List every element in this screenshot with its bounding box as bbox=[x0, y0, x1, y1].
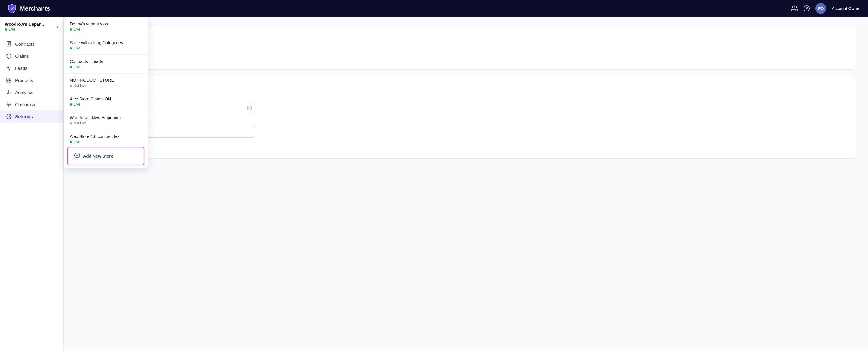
store-status-label-6: Not Live bbox=[73, 121, 87, 125]
store-dot-7 bbox=[70, 141, 72, 143]
avatar[interactable]: FO bbox=[815, 3, 826, 14]
customize-icon bbox=[6, 102, 11, 107]
brand: Merchants bbox=[7, 4, 791, 13]
add-new-store-button[interactable]: Add New Store bbox=[67, 147, 144, 165]
dropdown-store-item-4[interactable]: NO PRODUCT STORE Not Live bbox=[64, 74, 148, 92]
store-name-7: Alex Store 1.0 contract test bbox=[70, 134, 142, 139]
store-dot-4 bbox=[70, 85, 72, 87]
chevron-right-icon: › bbox=[57, 24, 58, 29]
dropdown-store-item-3[interactable]: Contracts | Leads Live bbox=[64, 55, 148, 74]
sidebar-item-analytics[interactable]: Analytics bbox=[0, 86, 63, 98]
svg-point-21 bbox=[8, 105, 9, 106]
plus-circle-icon bbox=[74, 152, 80, 160]
layout: Woodrow's Depar... Live › Contracts bbox=[0, 17, 868, 351]
sidebar-analytics-label: Analytics bbox=[15, 90, 33, 95]
help-icon[interactable] bbox=[803, 5, 810, 12]
account-owner-label: Account Owner bbox=[832, 6, 861, 11]
store-dot-5 bbox=[70, 104, 72, 106]
store-status-label-2: Live bbox=[73, 46, 80, 50]
sidebar-contracts-label: Contracts bbox=[15, 41, 34, 47]
website-label: Website bbox=[86, 119, 846, 124]
svg-rect-26 bbox=[248, 106, 251, 110]
sidebar-settings-label: Settings bbox=[15, 114, 33, 119]
store-name-5: Alex Store Claims ON bbox=[70, 96, 142, 101]
main-content: ...nded warranty ...your store Live ...a… bbox=[63, 17, 868, 351]
store-status-5: Live bbox=[70, 102, 142, 107]
live-section: ...nded warranty ...your store Live bbox=[75, 27, 856, 69]
store-name-6: Woodrow's New Emporium bbox=[70, 115, 142, 120]
store-status-1: Live bbox=[70, 27, 142, 31]
store-info-section: ...about your store Store Name Website P… bbox=[75, 76, 856, 158]
store-status-label-4: Not Live bbox=[73, 84, 87, 88]
products-icon bbox=[6, 78, 11, 83]
store-list: Denny's variant store Live Store with a … bbox=[64, 17, 148, 144]
sidebar-products-label: Products bbox=[15, 78, 33, 83]
svg-point-0 bbox=[793, 6, 795, 8]
sidebar-claims-label: Claims bbox=[15, 54, 29, 59]
store-name-label: Store Name bbox=[86, 95, 846, 100]
sidebar-store-name: Woodrow's Depar... bbox=[5, 22, 44, 27]
sidebar-store-status: Live bbox=[5, 27, 44, 31]
store-name-1: Denny's variant store bbox=[70, 22, 142, 26]
brand-title: Merchants bbox=[20, 5, 50, 12]
store-status-6: Not Live bbox=[70, 121, 142, 125]
store-dropdown-panel: Denny's variant store Live Store with a … bbox=[63, 17, 148, 168]
sidebar-item-products[interactable]: Products bbox=[0, 74, 63, 86]
sidebar-item-contracts[interactable]: Contracts bbox=[0, 38, 63, 50]
dropdown-store-item-6[interactable]: Woodrow's New Emporium Not Live bbox=[64, 111, 148, 130]
store-status-3: Live bbox=[70, 65, 142, 69]
live-section-heading: ...nded warranty bbox=[86, 35, 846, 41]
sidebar-item-leads[interactable]: Leads bbox=[0, 62, 63, 74]
store-name-3: Contracts | Leads bbox=[70, 59, 142, 64]
svg-point-22 bbox=[8, 116, 10, 117]
live-section-sub: ...your store bbox=[86, 43, 846, 48]
store-dot-1 bbox=[70, 28, 72, 31]
contracts-icon bbox=[6, 41, 11, 47]
store-status-2: Live bbox=[70, 46, 142, 50]
svg-line-2 bbox=[797, 7, 797, 8]
leads-icon bbox=[6, 65, 11, 71]
top-nav-actions: FO Account Owner bbox=[791, 3, 861, 14]
svg-rect-12 bbox=[9, 81, 11, 82]
top-nav: Merchants FO Account Owner bbox=[0, 0, 868, 17]
svg-point-19 bbox=[7, 103, 8, 104]
dropdown-store-item-2[interactable]: Store with a long Categories Live bbox=[64, 36, 148, 55]
svg-rect-9 bbox=[7, 78, 8, 80]
store-dot-3 bbox=[70, 66, 72, 68]
live-toggle-row: Live bbox=[86, 54, 846, 61]
svg-rect-10 bbox=[9, 78, 11, 80]
store-status-label-7: Live bbox=[73, 140, 80, 144]
dropdown-store-item-7[interactable]: Alex Store 1.0 contract test Live bbox=[64, 130, 148, 144]
store-dot-6 bbox=[70, 122, 72, 124]
sidebar: Woodrow's Depar... Live › Contracts bbox=[0, 17, 63, 351]
svg-rect-11 bbox=[7, 81, 8, 82]
dropdown-store-item-1[interactable]: Denny's variant store Live bbox=[64, 17, 148, 36]
store-name-2: Store with a long Categories bbox=[70, 40, 142, 45]
store-live-dot bbox=[5, 28, 7, 31]
sidebar-item-customize[interactable]: Customize bbox=[0, 98, 63, 111]
sidebar-customize-label: Customize bbox=[15, 102, 37, 107]
store-dot-2 bbox=[70, 47, 72, 49]
store-name-4: NO PRODUCT STORE bbox=[70, 78, 142, 83]
add-new-store-label: Add New Store bbox=[83, 154, 114, 158]
store-status-label-1: Live bbox=[73, 27, 80, 31]
store-status-label-5: Live bbox=[73, 102, 80, 107]
sidebar-item-settings[interactable]: Settings bbox=[0, 111, 63, 122]
svg-point-20 bbox=[9, 104, 10, 105]
sidebar-store-selector[interactable]: Woodrow's Depar... Live › bbox=[0, 17, 63, 35]
sidebar-item-claims[interactable]: Claims bbox=[0, 50, 63, 62]
input-format-icon bbox=[247, 106, 252, 111]
claims-icon bbox=[6, 53, 11, 59]
manage-users-icon[interactable] bbox=[791, 5, 798, 12]
sidebar-leads-label: Leads bbox=[15, 66, 28, 71]
dropdown-store-item-5[interactable]: Alex Store Claims ON Live bbox=[64, 92, 148, 111]
brand-logo-icon bbox=[7, 4, 17, 13]
phone-label: Phone bbox=[86, 143, 846, 147]
sidebar-nav: Contracts Claims Leads bbox=[0, 35, 63, 351]
store-status-label: Live bbox=[8, 27, 15, 31]
analytics-icon bbox=[6, 90, 11, 95]
store-info-heading: ...about your store bbox=[86, 84, 846, 89]
store-status-4: Not Live bbox=[70, 84, 142, 88]
settings-icon bbox=[6, 114, 11, 119]
store-status-7: Live bbox=[70, 140, 142, 144]
